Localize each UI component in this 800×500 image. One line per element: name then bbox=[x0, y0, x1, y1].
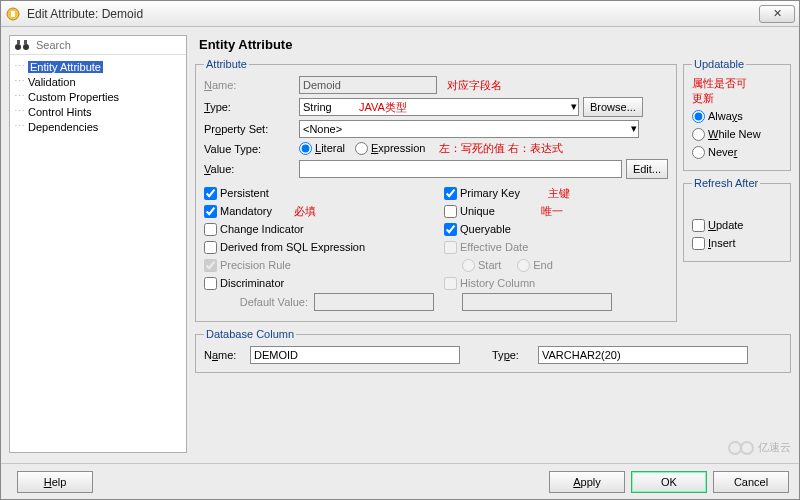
edit-button[interactable]: Edit... bbox=[626, 159, 668, 179]
chevron-down-icon[interactable]: ▾ bbox=[571, 100, 577, 113]
database-column-fieldset: Database Column Name: Type: bbox=[195, 328, 791, 373]
mandatory-annotation: 必填 bbox=[294, 204, 316, 219]
search-input[interactable] bbox=[34, 38, 182, 52]
nav-panel: ⋯Entity Attribute ⋯Validation ⋯Custom Pr… bbox=[9, 35, 187, 453]
app-icon bbox=[5, 6, 21, 22]
updatable-annotation-2: 更新 bbox=[692, 91, 782, 106]
mandatory-check[interactable] bbox=[204, 205, 217, 218]
binoculars-icon bbox=[14, 38, 30, 52]
db-legend: Database Column bbox=[204, 328, 296, 340]
nav-item-custom-properties[interactable]: ⋯Custom Properties bbox=[12, 89, 184, 104]
search-box[interactable] bbox=[10, 36, 186, 55]
change-indicator-check[interactable] bbox=[204, 223, 217, 236]
db-name-label: Name: bbox=[204, 349, 244, 361]
type-annotation: JAVA类型 bbox=[359, 100, 407, 115]
watermark: 亿速云 bbox=[728, 440, 791, 455]
window-title: Edit Attribute: Demoid bbox=[27, 7, 759, 21]
svg-point-2 bbox=[15, 44, 21, 50]
nav-item-control-hints[interactable]: ⋯Control Hints bbox=[12, 104, 184, 119]
property-set-label: Property Set: bbox=[204, 123, 299, 135]
value-type-annotation: 左：写死的值 右：表达式 bbox=[439, 141, 563, 156]
unique-check[interactable] bbox=[444, 205, 457, 218]
close-icon: ✕ bbox=[773, 7, 782, 20]
discriminator-check[interactable] bbox=[204, 277, 217, 290]
refresh-update-check[interactable] bbox=[692, 219, 705, 232]
cancel-button[interactable]: Cancel bbox=[713, 471, 789, 493]
default-value-field bbox=[314, 293, 434, 311]
svg-rect-4 bbox=[17, 40, 20, 44]
svg-rect-5 bbox=[24, 40, 27, 44]
close-button[interactable]: ✕ bbox=[759, 5, 795, 23]
effective-date-check bbox=[444, 241, 457, 254]
nav-item-validation[interactable]: ⋯Validation bbox=[12, 74, 184, 89]
precision-rule-check bbox=[204, 259, 217, 272]
dialog-window: Edit Attribute: Demoid ✕ ⋯Entity Attribu… bbox=[0, 0, 800, 500]
name-field bbox=[299, 76, 437, 94]
name-annotation: 对应字段名 bbox=[447, 78, 502, 93]
chevron-down-icon[interactable]: ▾ bbox=[631, 122, 637, 135]
refresh-after-fieldset: Refresh After Update Insert bbox=[683, 177, 791, 262]
derived-check[interactable] bbox=[204, 241, 217, 254]
page-title: Entity Attribute bbox=[195, 35, 791, 58]
attribute-legend: Attribute bbox=[204, 58, 249, 70]
while-new-radio[interactable] bbox=[692, 128, 705, 141]
footer: Help Apply OK Cancel bbox=[1, 463, 799, 499]
type-label: Type: bbox=[204, 101, 299, 113]
updatable-annotation-1: 属性是否可 bbox=[692, 76, 782, 91]
default-value-label: Default Value: bbox=[204, 296, 314, 308]
refresh-insert-check[interactable] bbox=[692, 237, 705, 250]
browse-button[interactable]: Browse... bbox=[583, 97, 643, 117]
type-select[interactable] bbox=[299, 98, 579, 116]
apply-button[interactable]: Apply bbox=[549, 471, 625, 493]
nav-tree: ⋯Entity Attribute ⋯Validation ⋯Custom Pr… bbox=[10, 55, 186, 138]
ok-button[interactable]: OK bbox=[631, 471, 707, 493]
value-field[interactable] bbox=[299, 160, 622, 178]
nav-item-entity-attribute[interactable]: ⋯Entity Attribute bbox=[12, 59, 184, 74]
start-radio bbox=[462, 259, 475, 272]
property-set-select[interactable] bbox=[299, 120, 639, 138]
db-name-field[interactable] bbox=[250, 346, 460, 364]
db-type-field[interactable] bbox=[538, 346, 748, 364]
queryable-check[interactable] bbox=[444, 223, 457, 236]
titlebar: Edit Attribute: Demoid ✕ bbox=[1, 1, 799, 27]
value-type-label: Value Type: bbox=[204, 143, 299, 155]
value-label: Value: bbox=[204, 163, 299, 175]
help-button[interactable]: Help bbox=[17, 471, 93, 493]
db-type-label: Type: bbox=[492, 349, 532, 361]
attribute-fieldset: Attribute Name: 对应字段名 Type: JAVA类型 ▾ bbox=[195, 58, 677, 322]
primary-annotation: 主键 bbox=[548, 186, 570, 201]
end-radio bbox=[517, 259, 530, 272]
never-radio[interactable] bbox=[692, 146, 705, 159]
svg-rect-1 bbox=[11, 11, 15, 17]
updatable-legend: Updatable bbox=[692, 58, 746, 70]
name-label: Name: bbox=[204, 79, 299, 91]
persistent-check[interactable] bbox=[204, 187, 217, 200]
refresh-legend: Refresh After bbox=[692, 177, 760, 189]
expression-radio[interactable]: Expression bbox=[355, 142, 425, 156]
nav-item-dependencies[interactable]: ⋯Dependencies bbox=[12, 119, 184, 134]
unique-annotation: 唯一 bbox=[541, 204, 563, 219]
always-radio[interactable] bbox=[692, 110, 705, 123]
primary-key-check[interactable] bbox=[444, 187, 457, 200]
literal-radio[interactable]: Literal bbox=[299, 142, 345, 156]
updatable-fieldset: Updatable 属性是否可 更新 Always While New Neve… bbox=[683, 58, 791, 171]
svg-point-3 bbox=[23, 44, 29, 50]
history-column-select bbox=[462, 293, 612, 311]
history-column-check bbox=[444, 277, 457, 290]
content-panel: Entity Attribute Attribute Name: 对应字段名 T… bbox=[195, 35, 791, 453]
